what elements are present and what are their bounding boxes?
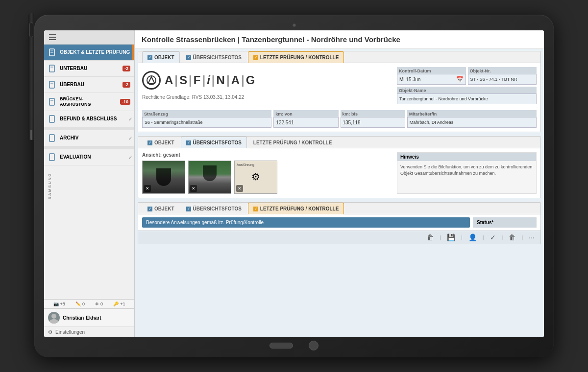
samsung-label: SAMSUNG (48, 173, 52, 200)
tab-objekt-1-checkbox: ✓ (147, 55, 152, 60)
sidebar-item-evaluation[interactable]: EVALUATION ✓ (44, 149, 134, 165)
tablet-bottom-nav (44, 340, 544, 351)
delete-icon[interactable]: 🗑 (509, 233, 515, 241)
document-icon-4 (48, 97, 57, 106)
tab-objekt-3[interactable]: ✓ OBJEKT (142, 203, 180, 214)
photo-1-remove-btn[interactable]: ✕ (144, 185, 151, 192)
ansicht-label: Ansicht: gesamt (142, 152, 393, 158)
document-icon-2 (48, 64, 57, 73)
tab-letzte-3[interactable]: ✓ LETZTE PRÜFUNG / KONTROLLE (248, 203, 344, 214)
sidebar-item-objekt-letzte[interactable]: OBJEKT & LETZTE PRÜFUNG (44, 45, 134, 61)
settings-item[interactable]: ⚙ Einstellungen (44, 326, 134, 337)
kontroll-datum-field: Kontroll-Datum Mi 15 Jun 📅 (397, 67, 466, 85)
sidebar-item-archiv[interactable]: ARCHIV ✓ (44, 130, 134, 146)
objekt-nr-value: ST - S6 - 74.1 - TBT NR (468, 74, 537, 85)
stylus (28, 13, 34, 140)
back-btn[interactable] (309, 341, 318, 350)
unterbau-badge: -2 (122, 66, 130, 71)
svg-rect-10 (49, 135, 54, 141)
status-field: Status* (473, 217, 537, 228)
ueberbau-badge: -2 (122, 82, 130, 88)
tab-letzte-3-checkbox: ✓ (253, 207, 258, 211)
sidebar-item-ueberbau[interactable]: ÜBERBAU -2 (44, 77, 134, 93)
letzte-content: Besondere Anweisungen gemäß ltz. Prüfung… (138, 214, 540, 231)
tab-objekt-2-checkbox: ✓ (147, 140, 152, 145)
bruecken-badge: -10 (120, 99, 130, 105)
svg-rect-5 (49, 81, 54, 88)
logo-a1: A (165, 73, 174, 87)
tunnel-opening (156, 168, 171, 186)
tab-objekt-3-label: OBJEKT (154, 206, 174, 211)
strassenzug-label: Straßenzug (142, 110, 271, 117)
tab-uebersicht-1[interactable]: ✓ ÜBERSICHTSFOTOS (181, 51, 247, 63)
page-title: Kontrolle Strassenbrücken | Tanzenbergtu… (135, 30, 544, 49)
sidebar-item-befund[interactable]: BEFUND & ABSCHLUSS ✓ (44, 111, 134, 127)
tab-letzte-1-label: LETZTE PRÜFUNG / KONTROLLE (260, 55, 339, 60)
tab-objekt-3-checkbox: ✓ (147, 207, 152, 211)
small-trash-icon[interactable]: 🗑 (427, 233, 434, 241)
logo-g: G (246, 73, 257, 87)
pencil-count-value: 0 (82, 302, 85, 306)
more-icon[interactable]: ··· (529, 233, 535, 241)
objekt-nr-label: Objekt-Nr. (468, 67, 537, 74)
kontroll-datum-value[interactable]: Mi 15 Jun 📅 (397, 74, 466, 85)
save-icon[interactable]: 💾 (447, 233, 455, 241)
sidebar-header[interactable] (44, 30, 134, 45)
key-icon: 🔑 (113, 302, 119, 306)
sidebar-item-ueberbau-label: ÜBERBAU (60, 82, 120, 88)
logo-f: F (194, 73, 202, 87)
sidebar-counters: 📷 +8 ✏️ 0 ❄ 0 🔑 +1 (44, 299, 134, 308)
tab-uebersicht-2[interactable]: ✓ ÜBERSICHTSFOTOS (181, 137, 247, 148)
svg-point-13 (49, 319, 58, 324)
snowflake-count: ❄ 0 (95, 302, 103, 306)
key-count: 🔑 +1 (113, 302, 125, 306)
sidebar-item-bruecken[interactable]: BRÜCKEN-AUSRÜSTUNG -10 (44, 93, 134, 111)
sidebar-item-objekt-letzte-label: OBJEKT & LETZTE PRÜFUNG (60, 49, 130, 55)
document-icon-3 (48, 80, 57, 89)
data-row: Straßenzug S6 - Semmeringschnellstraße k… (138, 108, 540, 132)
objekt-nr-field: Objekt-Nr. ST - S6 - 74.1 - TBT NR (468, 67, 537, 85)
document-icon (48, 48, 57, 57)
svg-rect-9 (49, 116, 54, 122)
tab-uebersicht-2-label: ÜBERSICHTSFOTOS (193, 140, 242, 145)
bottom-toolbar: 🗑 | 💾 | 👤 | ✓ | 🗑 | ··· (138, 231, 540, 244)
tab-objekt-1-label: OBJEKT (154, 55, 174, 60)
tab-uebersicht-2-checkbox: ✓ (186, 140, 191, 145)
diagram-text: Ausführung (237, 163, 275, 167)
strassenzug-value: S6 - Semmeringschnellstraße (142, 117, 271, 128)
km-bis-field: km: bis 135,118 (341, 110, 405, 128)
sidebar-item-unterbau[interactable]: UNTERBAU -2 (44, 61, 134, 77)
diagram-gear-icon: ⚙ (251, 171, 260, 183)
logo-a2: A (231, 73, 241, 87)
logo-n: N (217, 73, 226, 87)
logo-s: S (179, 73, 189, 87)
checkmark-tool-icon[interactable]: ✓ (490, 233, 496, 241)
tab-objekt-2[interactable]: ✓ OBJEKT (142, 137, 180, 148)
tab-uebersicht-3[interactable]: ✓ ÜBERSICHTSFOTOS (181, 203, 247, 214)
km-bis-value: 135,118 (341, 117, 405, 128)
photo-2-remove-btn[interactable]: ✕ (190, 185, 197, 192)
sidebar-item-bruecken-label: BRÜCKEN-AUSRÜSTUNG (60, 96, 117, 107)
anweisung-field[interactable]: Besondere Anweisungen gemäß ltz. Prüfung… (142, 217, 470, 228)
person-add-icon[interactable]: 👤 (468, 233, 477, 241)
hint-text: Verwenden Sie die Bildfunktion, um von z… (397, 161, 536, 179)
sidebar-item-archiv-label: ARCHIV (60, 135, 130, 141)
hamburger-icon[interactable] (49, 34, 56, 40)
tab-letzte-2[interactable]: LETZTE PRÜFUNG / KONTROLLE (248, 137, 338, 148)
tab-objekt-1[interactable]: ✓ OBJEKT (142, 51, 180, 63)
photo-3-remove-btn[interactable]: ✕ (236, 185, 243, 192)
camera-icon: 📷 (53, 302, 59, 306)
photo-thumb-2: ✕ (188, 161, 231, 194)
objekt-name-field: Objekt-Name Tanzenbergtunnel - Nordröhre… (397, 87, 537, 104)
tab-letzte-1[interactable]: ✓ LETZTE PRÜFUNG / KONTROLLE (248, 51, 344, 63)
sidebar-nav: OBJEKT & LETZTE PRÜFUNG UNTERBAU -2 (44, 45, 134, 299)
checkmark-icon: ✓ (128, 116, 132, 121)
photo-thumb-1: ✕ (142, 161, 185, 194)
calendar-icon: 📅 (456, 76, 464, 83)
document-icon-5 (48, 115, 57, 123)
photos-content: Ansicht: gesamt ✕ (138, 148, 540, 198)
svg-point-12 (51, 314, 56, 319)
mitarbeiter-value: Mahrbach, DI Andreas (407, 117, 537, 128)
home-btn[interactable] (270, 343, 293, 349)
tab-uebersicht-1-label: ÜBERSICHTSFOTOS (193, 55, 242, 60)
